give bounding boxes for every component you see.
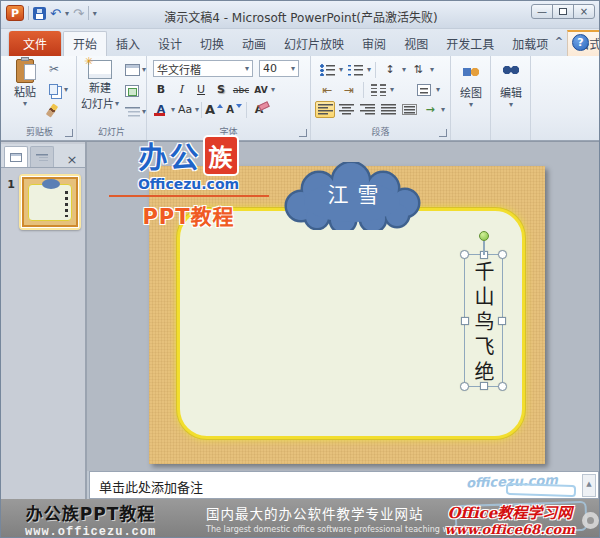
align-text-button[interactable] — [414, 81, 434, 98]
bullets-button[interactable] — [317, 61, 337, 78]
paragraph-dialog-launcher[interactable] — [439, 129, 447, 137]
shrink-font-button[interactable]: A — [224, 101, 244, 118]
resize-handle-nw[interactable] — [460, 250, 469, 259]
font-dialog-launcher[interactable] — [299, 129, 307, 137]
font-color-button[interactable]: A — [151, 101, 171, 118]
bullets-dropdown-icon: ▾ — [339, 65, 343, 74]
drawing-icon — [462, 64, 480, 78]
layout-button[interactable]: ▾ — [125, 61, 146, 78]
paste-button[interactable]: 粘贴 ▾ — [7, 59, 43, 108]
new-slide-dropdown-icon: ▾ — [115, 99, 119, 108]
convert-smartart-button[interactable]: → — [420, 101, 440, 118]
slides-tab[interactable] — [4, 146, 28, 167]
divider — [375, 62, 376, 78]
tab-view[interactable]: 视图 — [395, 32, 437, 56]
resize-handle-sw[interactable] — [460, 382, 469, 391]
tab-slideshow[interactable]: 幻灯片放映 — [275, 32, 353, 56]
collapse-ribbon-icon[interactable]: ^ — [551, 35, 567, 50]
drawing-button[interactable]: 绘图 ▾ — [455, 64, 487, 109]
numbering-button[interactable] — [345, 61, 365, 78]
bold-button[interactable]: B — [151, 81, 171, 98]
footer-right-brand: Office教程学习网 www.office68.com — [445, 501, 575, 537]
paste-label: 粘贴 — [14, 83, 36, 99]
distribute-button[interactable] — [399, 101, 419, 118]
help-icon[interactable]: ? — [572, 34, 589, 51]
reset-button[interactable] — [125, 82, 146, 99]
clipboard-dialog-launcher[interactable] — [65, 129, 73, 137]
tab-review[interactable]: 审阅 — [353, 32, 395, 56]
vertical-textbox[interactable]: 千山鸟飞绝 — [464, 254, 503, 387]
tab-addins[interactable]: 加载项 — [503, 32, 557, 56]
resize-handle-se[interactable] — [498, 382, 507, 391]
align-center-button[interactable] — [336, 101, 356, 118]
strikethrough-button[interactable]: abc — [231, 81, 251, 98]
group-slides: ✳ 新建 幻灯片▾ ▾ ▾ 幻灯片 — [77, 56, 147, 140]
cloud-title-text: 江雪 — [279, 178, 427, 208]
copy-button[interactable]: ▾ — [49, 81, 68, 98]
text-shadow-button[interactable]: S — [211, 81, 231, 98]
section-button[interactable]: ▾ — [125, 103, 146, 120]
resize-handle-ne[interactable] — [498, 250, 507, 259]
tab-design[interactable]: 设计 — [149, 32, 191, 56]
divider — [201, 102, 202, 118]
align-text-dropdown-icon: ▾ — [436, 85, 440, 94]
underline-button[interactable]: U — [191, 81, 211, 98]
outline-tab[interactable] — [30, 146, 54, 167]
panel-close-icon[interactable]: × — [64, 152, 80, 167]
close-button[interactable]: × — [573, 4, 595, 19]
align-left-button[interactable] — [315, 101, 335, 118]
tab-insert[interactable]: 插入 — [107, 32, 149, 56]
change-case-button[interactable]: Aa — [175, 101, 195, 118]
line-spacing-button[interactable]: ↕ — [380, 61, 400, 78]
notes-pane[interactable]: 单击此处添加备注 officezu.com ▲ — [89, 471, 599, 499]
rotation-handle[interactable] — [479, 231, 489, 241]
scroll-up-icon[interactable]: ▲ — [586, 480, 591, 488]
resize-handle-s[interactable] — [480, 382, 488, 390]
font-name-value: 华文行楷 — [157, 61, 201, 77]
tab-home[interactable]: 开始 — [63, 31, 107, 56]
columns-icon — [371, 84, 386, 96]
title-bar: P ↶ ▾ ↷ ▾ 演示文稿4 - Microsoft PowerPoint(产… — [1, 1, 600, 29]
cloud-shape[interactable]: 江雪 — [279, 162, 427, 230]
format-painter-button[interactable] — [49, 102, 68, 119]
clear-formatting-button[interactable]: A — [249, 101, 269, 118]
grow-font-button[interactable]: A — [204, 101, 224, 118]
italic-button[interactable]: I — [171, 81, 191, 98]
columns-button[interactable] — [368, 81, 388, 98]
editing-button[interactable]: 编辑 ▾ — [495, 64, 527, 109]
notes-placeholder[interactable]: 单击此处添加备注 — [99, 477, 203, 496]
copy-icon — [49, 84, 58, 95]
star-burst-icon: ✳ — [84, 55, 93, 68]
slide-workspace: 江雪 千山鸟飞绝 — [89, 142, 600, 472]
cut-button[interactable]: ✂ — [49, 60, 68, 77]
text-direction-button[interactable]: ⇅ — [408, 61, 428, 78]
align-text-icon — [417, 84, 431, 96]
align-right-button[interactable] — [357, 101, 377, 118]
character-spacing-button[interactable]: AV — [251, 81, 271, 98]
tab-file[interactable]: 文件 — [9, 31, 61, 56]
resize-handle-w[interactable] — [461, 317, 469, 325]
decrease-indent-button[interactable]: ⇤ — [317, 81, 337, 98]
slide-canvas[interactable]: 江雪 千山鸟飞绝 — [149, 166, 545, 464]
tab-transitions[interactable]: 切换 — [191, 32, 233, 56]
resize-handle-e[interactable] — [498, 317, 506, 325]
font-row3: A ▾ Aa ▾ A A A — [151, 101, 269, 118]
new-slide-button[interactable]: ✳ 新建 幻灯片▾ — [79, 60, 121, 111]
layout-icon — [125, 64, 140, 76]
restore-button[interactable] — [552, 4, 574, 19]
slide-thumbnail[interactable] — [22, 177, 78, 227]
font-name-combo[interactable]: 华文行楷 ▾ — [153, 60, 253, 77]
font-size-combo[interactable]: 40 ▾ — [259, 60, 299, 77]
tab-animations[interactable]: 动画 — [233, 32, 275, 56]
font-name-dropdown-icon: ▾ — [245, 64, 249, 73]
increase-indent-button[interactable]: ⇥ — [339, 81, 359, 98]
line-spacing-icon: ↕ — [385, 63, 394, 76]
notes-scrollbar[interactable]: ▲ — [582, 474, 596, 497]
justify-button[interactable] — [378, 101, 398, 118]
line-spacing-dropdown-icon: ▾ — [402, 65, 406, 74]
justify-icon — [381, 104, 396, 115]
group-clipboard: 粘贴 ▾ ✂ ▾ 剪贴板 — [3, 56, 77, 140]
minimize-button[interactable]: — — [531, 4, 553, 19]
ribbon: 粘贴 ▾ ✂ ▾ 剪贴板 ✳ 新建 幻灯片▾ ▾ ▾ 幻灯片 华文行楷 ▾ — [1, 56, 600, 141]
tab-developer[interactable]: 开发工具 — [437, 32, 503, 56]
